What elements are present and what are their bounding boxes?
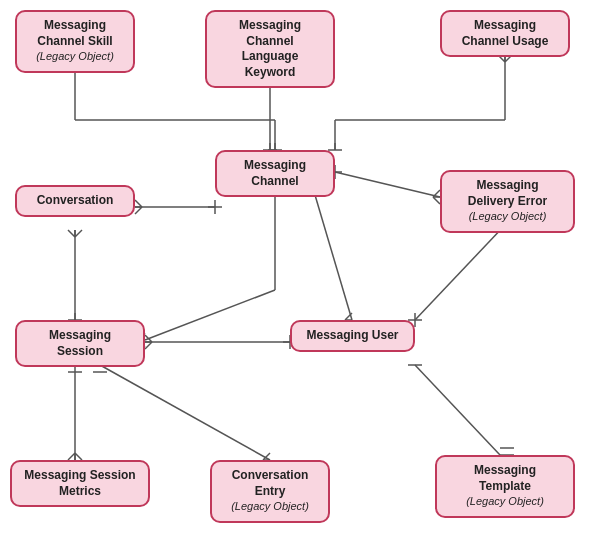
- entity-label: Conversation: [37, 193, 114, 207]
- svg-line-23: [135, 200, 142, 207]
- entity-legacy: (Legacy Object): [469, 210, 547, 222]
- svg-line-35: [68, 230, 75, 237]
- svg-line-46: [315, 195, 352, 320]
- svg-line-32: [433, 197, 440, 204]
- entity-label: Messaging User: [306, 328, 398, 342]
- svg-line-28: [335, 172, 440, 197]
- entity-legacy: (Legacy Object): [466, 495, 544, 507]
- entity-label: MessagingChannel: [244, 158, 306, 188]
- svg-line-65: [75, 453, 82, 460]
- svg-line-24: [135, 207, 142, 214]
- svg-line-67: [100, 365, 270, 460]
- svg-line-64: [68, 453, 75, 460]
- diagram: MessagingChannel Skill (Legacy Object) M…: [0, 0, 600, 546]
- entity-messaging-user: Messaging User: [290, 320, 415, 352]
- entity-label: ConversationEntry: [232, 468, 309, 498]
- svg-line-36: [75, 230, 82, 237]
- entity-label: MessagingChannel Usage: [462, 18, 549, 48]
- entity-messaging-template: MessagingTemplate (Legacy Object): [435, 455, 575, 518]
- svg-line-31: [433, 190, 440, 197]
- entity-label: MessagingChannel LanguageKeyword: [239, 18, 301, 79]
- entity-messaging-channel-skill: MessagingChannel Skill (Legacy Object): [15, 10, 135, 73]
- entity-label: MessagingDelivery Error: [468, 178, 547, 208]
- entity-messaging-session: Messaging Session: [15, 320, 145, 367]
- entity-conversation-entry: ConversationEntry (Legacy Object): [210, 460, 330, 523]
- entity-label: MessagingChannel Skill: [37, 18, 112, 48]
- entity-label: MessagingTemplate: [474, 463, 536, 493]
- entity-conversation: Conversation: [15, 185, 135, 217]
- svg-line-48: [345, 313, 352, 320]
- entity-messaging-delivery-error: MessagingDelivery Error (Legacy Object): [440, 170, 575, 233]
- entity-legacy: (Legacy Object): [36, 50, 114, 62]
- svg-line-53: [145, 342, 152, 349]
- svg-line-41: [145, 290, 275, 340]
- entity-messaging-channel: MessagingChannel: [215, 150, 335, 197]
- svg-line-52: [145, 335, 152, 342]
- svg-line-73: [415, 365, 500, 455]
- svg-line-70: [263, 453, 270, 460]
- svg-line-57: [415, 225, 505, 320]
- entity-label: Messaging Session: [49, 328, 111, 358]
- entity-messaging-channel-usage: MessagingChannel Usage: [440, 10, 570, 57]
- entity-messaging-session-metrics: Messaging SessionMetrics: [10, 460, 150, 507]
- entity-label: Messaging SessionMetrics: [24, 468, 135, 498]
- entity-messaging-channel-language-keyword: MessagingChannel LanguageKeyword: [205, 10, 335, 88]
- entity-legacy: (Legacy Object): [231, 500, 309, 512]
